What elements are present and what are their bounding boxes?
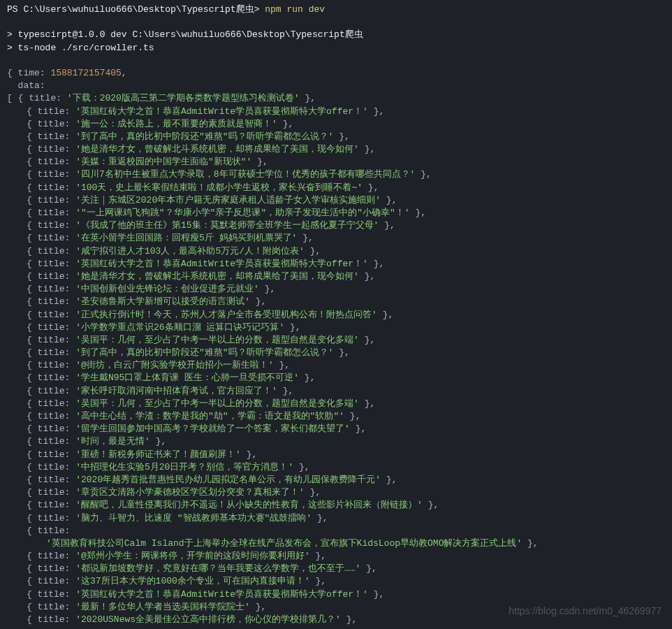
echo-line-2: > ts-node ./src/crowller.ts bbox=[7, 42, 665, 55]
list-item: { title: '2020年越秀首批普惠性民办幼儿园拟定名单公示，有幼儿园保教… bbox=[7, 474, 665, 486]
prompt-path: C:\Users\wuhuiluo666\Desktop\Typescript爬… bbox=[23, 4, 254, 15]
list-item: { title: '高中生心结，学渣：数学是我的"劫"，学霸：语文是我的"软肋"… bbox=[7, 410, 665, 423]
list-item: { title: '圣安德鲁斯大学新增可以接受的语言测试' }, bbox=[7, 296, 665, 308]
list-item: { title: '《我成了他的班主任》第15集：莫默老师带全班学生一起感化夏子… bbox=[7, 219, 665, 232]
list-item: { title: '美媒：重返校园的中国学生面临"新现状"' }, bbox=[7, 156, 665, 168]
list-item: { title: '家长呼吁取消河南中招体育考试，官方回应了！' }, bbox=[7, 385, 665, 398]
object-open: { time: 1588172157405, bbox=[7, 67, 665, 80]
list-item: { title: '重磅！新税务师证书来了！颜值刷屏！' }, bbox=[7, 449, 665, 461]
echo-line-1: > typescirpt@1.0.0 dev C:\Users\wuhuiluo… bbox=[7, 29, 665, 41]
list-item: { title: '吴国平：几何，至少占了中考一半以上的分数，题型自然是变化多端… bbox=[7, 334, 665, 347]
list-item: { title: '留学生回国参加中国高考？学校就给了一个答案，家长们都失望了'… bbox=[7, 423, 665, 435]
list-item: { title: '四川7名初中生被重点大学录取，8年可获硕士学位！优秀的孩子都… bbox=[7, 168, 665, 181]
list-item: { title: '这37所日本大学的1000余个专业，可在国内直接申请！' }… bbox=[7, 575, 665, 588]
list-item: { title: '咸宁拟引进人才103人，最高补助5万元/人！附岗位表' }, bbox=[7, 245, 665, 258]
list-item: { title: bbox=[7, 525, 665, 537]
items-container: [ { title: '下载：2020版高三第二学期各类数学题型练习检测试卷' … bbox=[7, 92, 665, 626]
list-item: { title: '英国红砖大学之首！恭喜AdmitWrite学员喜获曼彻斯特大… bbox=[7, 258, 665, 270]
list-item: { title: '在英小留学生回国路：回程瘦5斤 妈妈买到机票哭了' }, bbox=[7, 232, 665, 245]
data-key: data: bbox=[7, 80, 665, 92]
list-item: { title: '@郑州小学生：网课将停，开学前的这段时间你要利用好' }, bbox=[7, 550, 665, 563]
list-item: { title: '章贡区文清路小学豪德校区学区划分突变？真相来了！' }, bbox=[7, 486, 665, 499]
list-item: [ { title: '下载：2020版高三第二学期各类数学题型练习检测试卷' … bbox=[7, 92, 665, 105]
list-item: { title: '她是清华才女，曾破解北斗系统机密，却将成果给了美国，现今如何… bbox=[7, 270, 665, 283]
list-item: { title: '学生戴N95口罩上体育课 医生：心肺一旦受损不可逆' }, bbox=[7, 372, 665, 384]
list-item: { title: '都说新加坡数学好，究竟好在哪？当年我要这么学数学，也不至于…… bbox=[7, 563, 665, 575]
list-item: { title: '中招理化生实验5月20日开考？别信，等官方消息！' }, bbox=[7, 461, 665, 474]
list-item: { title: '"一上网课鸡飞狗跳"？华康小学"亲子反思课"，助亲子发现生活… bbox=[7, 207, 665, 219]
list-item: { title: '施一公：成长路上，最不重要的素质就是智商！' }, bbox=[7, 118, 665, 131]
list-item: { title: '小学数学重点常识26条顺口溜 运算口诀巧记巧算' }, bbox=[7, 321, 665, 334]
list-item: { title: '吴国平：几何，至少占了中考一半以上的分数，题型自然是变化多端… bbox=[7, 398, 665, 410]
list-item: { title: '英国红砖大学之首！恭喜AdmitWrite学员喜获曼彻斯特大… bbox=[7, 106, 665, 118]
list-item: { title: '英国红砖大学之首！恭喜AdmitWrite学员喜获曼彻斯特大… bbox=[7, 588, 665, 601]
terminal-output: PS C:\Users\wuhuiluo666\Desktop\Typescri… bbox=[7, 3, 665, 626]
list-item: { title: '脑力、斗智力、比速度 "智战教师基本功大赛"战鼓擂响' }, bbox=[7, 512, 665, 525]
list-item: { title: '到了高中，真的比初中阶段还"难熬"吗？听听学霸都怎么说？' … bbox=[7, 131, 665, 143]
list-item: { title: '中国创新创业先锋论坛：创业促进多元就业' }, bbox=[7, 283, 665, 296]
prompt-line[interactable]: PS C:\Users\wuhuiluo666\Desktop\Typescri… bbox=[7, 3, 665, 16]
command-text: npm run dev bbox=[265, 4, 325, 15]
list-item: { title: '时间，最是无情' }, bbox=[7, 435, 665, 448]
list-item: { title: '正式执行倒计时！今天，苏州人才落户全市各受理机构公布！附热点… bbox=[7, 309, 665, 321]
list-item: { title: '@街坊，白云广附实验学校开始招小一新生啦！' }, bbox=[7, 359, 665, 372]
list-item-wrapped: '英国教育科技公司Calm Island于上海举办全球在线产品发布会，宣布旗下K… bbox=[7, 537, 665, 550]
list-item: { title: '醒醒吧，儿童性侵离我们并不遥远！从小缺失的性教育，这些影片补… bbox=[7, 499, 665, 512]
ps-prefix: PS bbox=[7, 4, 23, 15]
list-item: { title: '关注｜东城区2020年本市户籍无房家庭承租人适龄子女入学审核… bbox=[7, 194, 665, 207]
prompt-arrow: > bbox=[254, 4, 265, 15]
watermark: https://blog.csdn.net/m0_46269977 bbox=[509, 605, 662, 619]
list-item: { title: '她是清华才女，曾破解北斗系统机密，却将成果给了美国，现今如何… bbox=[7, 143, 665, 156]
list-item: { title: '100天，史上最长寒假结束啦！成都小学生返校，家长兴奋到睡不… bbox=[7, 182, 665, 194]
list-item: { title: '到了高中，真的比初中阶段还"难熬"吗？听听学霸都怎么说？' … bbox=[7, 347, 665, 359]
